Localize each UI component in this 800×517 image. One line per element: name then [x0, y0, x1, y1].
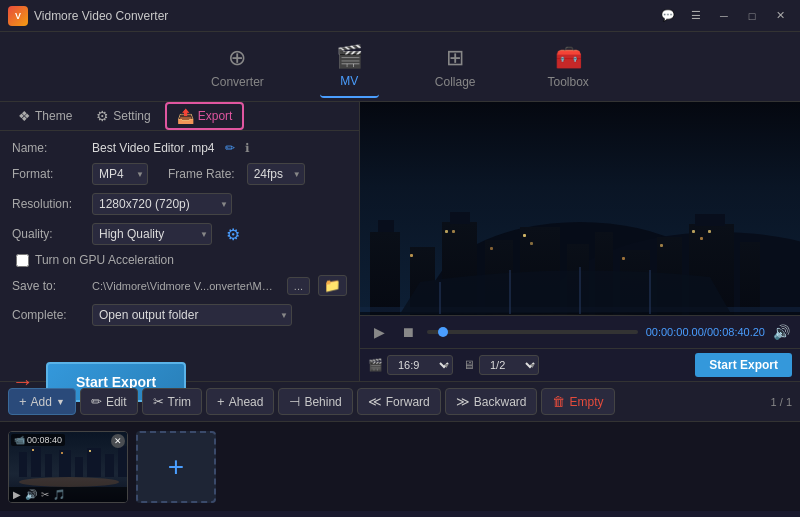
toolbox-icon: 🧰 [555, 45, 582, 71]
svg-rect-37 [19, 452, 27, 477]
subnav-setting[interactable]: ⚙ Setting [86, 104, 160, 128]
backward-icon: ≫ [456, 394, 470, 409]
empty-button[interactable]: 🗑 Empty [541, 388, 614, 415]
edit-icon: ✏ [91, 394, 102, 409]
thumb-camera-icon: 📹 [14, 435, 25, 445]
empty-label: Empty [569, 395, 603, 409]
preview-scale-select[interactable]: 1/2 1/1 1/4 [479, 355, 539, 375]
right-panel: ▶ ⏹ 00:00:00.00/00:08:40.20 🔊 🎬 16:9 4:3… [360, 102, 800, 381]
time-total: 00:08:40.20 [707, 326, 765, 338]
tab-mv[interactable]: 🎬 MV [320, 36, 379, 98]
forward-icon: ≪ [368, 394, 382, 409]
svg-rect-23 [692, 230, 695, 233]
export-icon: 📤 [177, 108, 194, 124]
tab-converter[interactable]: ⊕ Converter [195, 37, 280, 97]
ahead-button[interactable]: + Ahead [206, 388, 274, 415]
left-panel: ❖ Theme ⚙ Setting 📤 Export Name: Best Vi… [0, 102, 360, 381]
subnav-setting-label: Setting [113, 109, 150, 123]
edit-name-button[interactable]: ✏ [223, 141, 237, 155]
svg-rect-46 [61, 452, 63, 454]
maximize-button[interactable]: □ [740, 6, 764, 26]
svg-rect-41 [75, 457, 83, 477]
tab-collage-label: Collage [435, 75, 476, 89]
svg-rect-29 [622, 257, 625, 260]
quality-label: Quality: [12, 227, 84, 241]
title-bar: V Vidmore Video Converter 💬 ☰ ─ □ ✕ [0, 0, 800, 32]
add-label: Add [31, 395, 52, 409]
timeline-clip[interactable]: 📹 00:08:40 ✕ ▶ 🔊 ✂ 🎵 [8, 431, 128, 503]
empty-trash-icon: 🗑 [552, 394, 565, 409]
play-icon-small: ▶ [13, 489, 21, 500]
gpu-row: Turn on GPU Acceleration [12, 253, 347, 267]
subnav-theme[interactable]: ❖ Theme [8, 104, 82, 128]
aspect-ratio-select[interactable]: 16:9 4:3 1:1 [387, 355, 453, 375]
aspect-ratio-wrapper: 16:9 4:3 1:1 [387, 355, 453, 375]
info-icon: ℹ [245, 141, 250, 155]
add-button[interactable]: + Add ▼ [8, 388, 76, 415]
preview-export-button[interactable]: Start Export [695, 353, 792, 377]
app-icon: V [8, 6, 28, 26]
minimize-button[interactable]: ─ [712, 6, 736, 26]
close-button[interactable]: ✕ [768, 6, 792, 26]
tab-toolbox[interactable]: 🧰 Toolbox [532, 37, 605, 97]
video-controls: ▶ ⏹ 00:00:00.00/00:08:40.20 🔊 [360, 315, 800, 348]
behind-label: Behind [304, 395, 341, 409]
quality-select[interactable]: High Quality Medium Quality Low Quality [92, 223, 212, 245]
trim-button[interactable]: ✂ Trim [142, 388, 203, 415]
svg-rect-27 [490, 247, 493, 250]
complete-select[interactable]: Open output folder Do nothing Shut down [92, 304, 292, 326]
name-value: Best Video Editor .mp4 [92, 141, 215, 155]
progress-bar[interactable] [427, 330, 638, 334]
saveto-label: Save to: [12, 279, 84, 293]
main-content: ❖ Theme ⚙ Setting 📤 Export Name: Best Vi… [0, 102, 800, 381]
tab-toolbox-label: Toolbox [548, 75, 589, 89]
saveto-dots-button[interactable]: ... [287, 277, 310, 295]
svg-rect-44 [118, 446, 127, 477]
sub-nav: ❖ Theme ⚙ Setting 📤 Export [0, 102, 359, 131]
format-row: Format: MP4 MOV AVI MKV Frame Rate: 24fp… [12, 163, 347, 185]
time-current: 00:00:00.00 [646, 326, 704, 338]
format-select[interactable]: MP4 MOV AVI MKV [92, 163, 148, 185]
thumb-overlay: ▶ 🔊 ✂ 🎵 [9, 487, 127, 502]
volume-icon[interactable]: 🔊 [773, 324, 790, 340]
quality-settings-button[interactable]: ⚙ [226, 225, 240, 244]
add-icon: + [19, 394, 27, 409]
export-settings: Name: Best Video Editor .mp4 ✏ ℹ Format:… [0, 131, 359, 336]
complete-select-wrapper: Open output folder Do nothing Shut down [92, 304, 292, 326]
ahead-icon: + [217, 394, 225, 409]
remove-clip-button[interactable]: ✕ [111, 434, 125, 448]
edit-button[interactable]: ✏ Edit [80, 388, 138, 415]
resolution-select[interactable]: 1280x720 (720p) 1920x1080 (1080p) 3840x2… [92, 193, 232, 215]
app-title: Vidmore Video Converter [34, 9, 168, 23]
svg-rect-39 [45, 454, 52, 477]
stop-button[interactable]: ⏹ [397, 322, 419, 342]
mv-icon: 🎬 [336, 44, 363, 70]
svg-rect-7 [450, 212, 470, 224]
tab-converter-label: Converter [211, 75, 264, 89]
tab-collage[interactable]: ⊞ Collage [419, 37, 492, 97]
svg-rect-20 [452, 230, 455, 233]
nav-tabs: ⊕ Converter 🎬 MV ⊞ Collage 🧰 Toolbox [0, 32, 800, 102]
backward-button[interactable]: ≫ Backward [445, 388, 538, 415]
framerate-label: Frame Rate: [168, 167, 235, 181]
menu-button[interactable]: ☰ [684, 6, 708, 26]
behind-button[interactable]: ⊣ Behind [278, 388, 352, 415]
svg-rect-24 [700, 237, 703, 240]
svg-rect-43 [105, 454, 114, 477]
play-button[interactable]: ▶ [370, 322, 389, 342]
setting-gear-icon: ⚙ [96, 108, 109, 124]
subnav-export[interactable]: 📤 Export [165, 102, 245, 130]
forward-button[interactable]: ≪ Forward [357, 388, 441, 415]
edit-label: Edit [106, 395, 127, 409]
saveto-folder-button[interactable]: 📁 [318, 275, 347, 296]
trim-label: Trim [168, 395, 192, 409]
screen-icon: 🖥 [463, 358, 475, 372]
framerate-select[interactable]: 24fps 30fps 60fps [247, 163, 305, 185]
gpu-checkbox[interactable] [16, 254, 29, 267]
thumb-duration: 00:08:40 [27, 435, 62, 445]
svg-rect-26 [660, 244, 663, 247]
add-clip-button[interactable]: + [136, 431, 216, 503]
chat-button[interactable]: 💬 [656, 6, 680, 26]
ahead-label: Ahead [229, 395, 264, 409]
saveto-row: Save to: C:\Vidmore\Vidmore V...onverter… [12, 275, 347, 296]
